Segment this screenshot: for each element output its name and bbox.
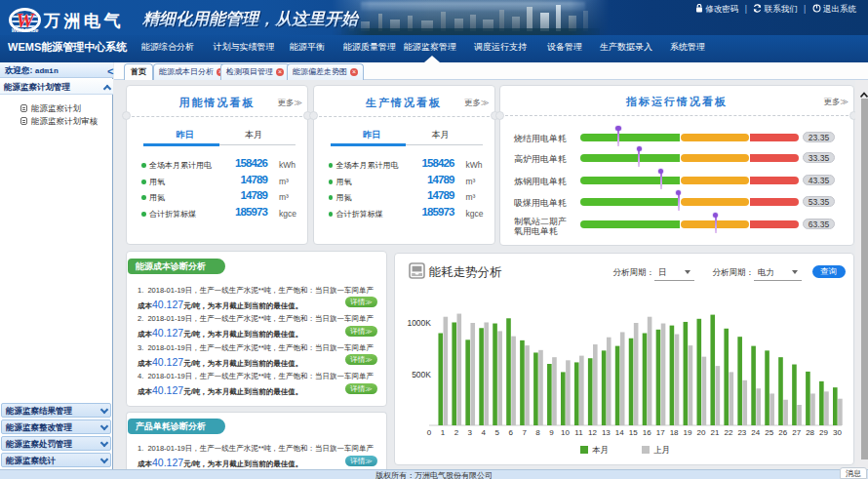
svg-text:24: 24 xyxy=(751,428,760,437)
svg-text:9: 9 xyxy=(549,428,554,437)
svg-text:11: 11 xyxy=(574,428,583,437)
svg-text:25: 25 xyxy=(765,428,773,437)
svg-text:1: 1 xyxy=(440,428,445,437)
svg-text:18: 18 xyxy=(669,428,678,437)
svg-text:19: 19 xyxy=(683,428,691,437)
svg-text:上月: 上月 xyxy=(653,445,670,455)
svg-text:1000K: 1000K xyxy=(407,318,431,328)
svg-text:14: 14 xyxy=(614,428,623,437)
svg-text:29: 29 xyxy=(819,428,828,437)
svg-text:16: 16 xyxy=(642,428,651,437)
svg-text:8: 8 xyxy=(535,428,540,437)
svg-text:500K: 500K xyxy=(412,369,431,379)
svg-text:13: 13 xyxy=(601,428,610,437)
svg-text:27: 27 xyxy=(792,428,801,437)
svg-text:20: 20 xyxy=(696,428,705,437)
svg-text:7: 7 xyxy=(522,428,527,437)
svg-text:2: 2 xyxy=(454,428,458,437)
svg-text:22: 22 xyxy=(724,428,732,437)
svg-text:15: 15 xyxy=(628,428,637,437)
svg-text:28: 28 xyxy=(806,428,814,437)
svg-text:6: 6 xyxy=(508,428,513,437)
svg-text:30: 30 xyxy=(833,428,842,437)
svg-text:12: 12 xyxy=(587,428,596,437)
svg-text:10: 10 xyxy=(561,428,570,437)
svg-text:21: 21 xyxy=(710,428,719,437)
svg-text:4: 4 xyxy=(481,428,486,437)
svg-text:0: 0 xyxy=(426,428,431,437)
svg-text:17: 17 xyxy=(655,428,664,437)
svg-text:5: 5 xyxy=(494,428,499,437)
svg-text:26: 26 xyxy=(778,428,787,437)
svg-text:本月: 本月 xyxy=(592,445,609,455)
svg-text:3: 3 xyxy=(467,428,472,437)
svg-text:23: 23 xyxy=(737,428,746,437)
